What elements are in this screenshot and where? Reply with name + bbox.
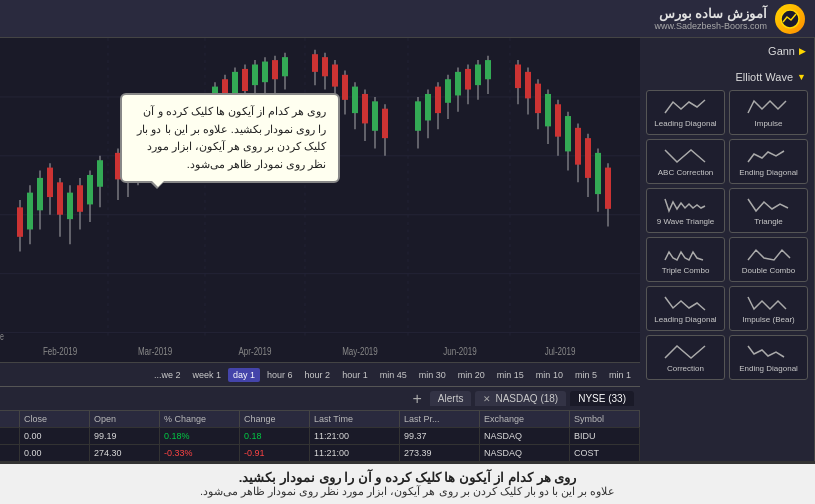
tf-30min[interactable]: 30 min [414, 368, 451, 382]
bidu-pct: 0.18% [160, 428, 240, 444]
ending-diagonal-2-label: Ending Diagonal [739, 364, 798, 373]
banner-line2: علاوه بر این با دو بار کلیک کردن بر روی … [12, 485, 803, 498]
svg-rect-29 [67, 193, 73, 220]
tf-2week[interactable]: 2 we... [149, 368, 186, 382]
tf-1min[interactable]: 1 min [604, 368, 636, 382]
col-open: Open [90, 411, 160, 427]
svg-rect-63 [262, 62, 268, 83]
bidu-symbol: BIDU [570, 428, 640, 444]
svg-rect-111 [565, 116, 571, 151]
candlestick-chart: Feb-2019 Mar-2019 Apr-2019 May-2019 Jun-… [0, 38, 640, 362]
table-row-cost[interactable]: COST NASDAQ 273.39 11:21:00 -0.91 -0.33%… [0, 444, 640, 461]
col-last-price: Last Pr... [400, 411, 480, 427]
tf-1week[interactable]: 1 week [187, 368, 226, 382]
chevron-right-icon: ▶ [799, 46, 806, 56]
svg-text:May-2019: May-2019 [342, 344, 378, 357]
svg-rect-115 [585, 138, 591, 178]
chart-canvas[interactable]: Feb-2019 Mar-2019 Apr-2019 May-2019 Jun-… [0, 38, 640, 362]
svg-rect-81 [372, 101, 378, 130]
indicator-leading-diagonal-2[interactable]: Leading Diagonal [646, 286, 725, 331]
sidebar-section-elliott: ▼ Elliott Wave Impulse Leading [640, 64, 814, 388]
col-high: High [0, 411, 20, 427]
tf-45min[interactable]: 45 min [375, 368, 412, 382]
cost-open: 274.30 [90, 445, 160, 461]
svg-rect-65 [272, 60, 278, 79]
banner-line1: روی هر کدام از آیکون ها کلیک کرده و آن ر… [12, 470, 803, 485]
svg-rect-109 [555, 104, 561, 136]
indicator-correction[interactable]: Correction [646, 335, 725, 380]
bidu-change: 0.18 [240, 428, 310, 444]
ending-diagonal-label: Ending Diagonal [739, 168, 798, 177]
logo-text-area: آموزش ساده بورس www.Sadezbesh-Boors.com [654, 6, 767, 31]
table-row-bidu[interactable]: BIDU NASDAQ 99.37 11:21:00 0.18 0.18% 99… [0, 427, 640, 444]
svg-rect-85 [415, 101, 421, 130]
indicator-abc-correction[interactable]: ABC Correction [646, 139, 725, 184]
tab-alerts[interactable]: Alerts [430, 391, 472, 406]
tooltip-text: روی هر کدام از آیکون ها کلیک کرده و آن ر… [137, 105, 326, 170]
svg-rect-79 [362, 94, 368, 123]
indicator-impulse-bear[interactable]: Impulse (Bear) [729, 286, 808, 331]
header: آموزش ساده بورس www.Sadezbesh-Boors.com [0, 0, 815, 38]
indicator-grid: Impulse Leading Diagonal Ending Diagonal [640, 86, 814, 384]
svg-rect-117 [595, 153, 601, 194]
tab-nasdaq-close[interactable]: ✕ [483, 394, 491, 404]
sidebar-item-gann[interactable]: ▶ Gann [640, 42, 814, 60]
svg-rect-77 [352, 87, 358, 114]
col-pct-change: % Change [160, 411, 240, 427]
tab-add-button[interactable]: + [409, 390, 426, 408]
leading-diagonal-2-label: Leading Diagonal [654, 315, 716, 324]
svg-rect-23 [37, 178, 43, 210]
svg-text:Mar-2019: Mar-2019 [138, 344, 173, 357]
tf-2hour[interactable]: 2 hour [300, 368, 336, 382]
svg-rect-83 [382, 109, 388, 138]
bidu-price: 99.37 [400, 428, 480, 444]
tab-nyse[interactable]: NYSE (33) [570, 391, 634, 406]
svg-rect-99 [485, 60, 491, 79]
svg-rect-119 [605, 168, 611, 209]
sidebar-item-elliott[interactable]: ▼ Elliott Wave [640, 68, 814, 86]
indicator-ending-diagonal[interactable]: Ending Diagonal [729, 139, 808, 184]
bidu-time: 11:21:00 [310, 428, 400, 444]
logo-subtitle: www.Sadezbesh-Boors.com [654, 21, 767, 31]
impulse-bear-label: Impulse (Bear) [742, 315, 794, 324]
tab-nyse-label: NYSE (33) [578, 393, 626, 404]
bidu-exchange: NASDAQ [480, 428, 570, 444]
col-close: Close [20, 411, 90, 427]
tf-15min[interactable]: 15 min [492, 368, 529, 382]
svg-rect-107 [545, 94, 551, 126]
tf-10min[interactable]: 10 min [531, 368, 568, 382]
sidebar-gann-label: Gann [768, 45, 795, 57]
tf-6hour[interactable]: 6 hour [262, 368, 298, 382]
cost-change: -0.91 [240, 445, 310, 461]
tf-5min[interactable]: 5 min [570, 368, 602, 382]
indicator-leading-diagonal[interactable]: Leading Diagonal [646, 90, 725, 135]
tf-20min[interactable]: 20 min [453, 368, 490, 382]
content-area: ▶ Gann ▼ Elliott Wave Impulse [0, 38, 815, 461]
indicator-triple-combo[interactable]: Triple Combo [646, 237, 725, 282]
tf-1day[interactable]: 1 day [228, 368, 260, 382]
col-symbol: Symbol [570, 411, 640, 427]
indicator-impulse[interactable]: Impulse [729, 90, 808, 135]
tf-1hour[interactable]: 1 hour [337, 368, 373, 382]
svg-rect-19 [17, 207, 23, 236]
tab-nasdaq[interactable]: NASDAQ (18) ✕ [475, 391, 566, 406]
data-table: Symbol Exchange Last Pr... Last Time Cha… [0, 410, 640, 461]
logo-title: آموزش ساده بورس [654, 6, 767, 21]
tab-alerts-label: Alerts [438, 393, 464, 404]
cost-price: 273.39 [400, 445, 480, 461]
indicator-double-combo[interactable]: Double Combo [729, 237, 808, 282]
bidu-open: 99.19 [90, 428, 160, 444]
bottom-tabs: NYSE (33) NASDAQ (18) ✕ Alerts + [0, 386, 640, 410]
svg-rect-75 [342, 75, 348, 100]
indicator-triangle[interactable]: Triangle [729, 188, 808, 233]
svg-rect-101 [515, 65, 521, 89]
indicator-9-wave-triangle[interactable]: 9 Wave Triangle [646, 188, 725, 233]
triple-combo-label: Triple Combo [662, 266, 710, 275]
indicator-ending-diagonal-2[interactable]: Ending Diagonal [729, 335, 808, 380]
svg-text:MotiveWave: MotiveWave [0, 331, 4, 343]
svg-rect-57 [232, 72, 238, 96]
cost-time: 11:21:00 [310, 445, 400, 461]
sidebar: ▶ Gann ▼ Elliott Wave Impulse [640, 38, 815, 461]
bidu-close: 0.00 [20, 428, 90, 444]
svg-rect-97 [475, 65, 481, 86]
